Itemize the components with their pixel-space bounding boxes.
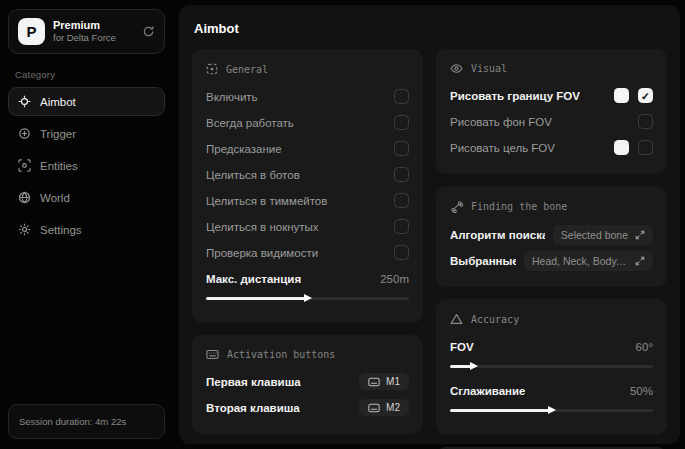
slider-value: 60° — [636, 341, 653, 353]
right-column: Visual Рисовать границу FOV ✓ Рисовать ф… — [436, 49, 667, 432]
slider-track — [450, 365, 653, 368]
checkbox-always-work[interactable] — [394, 115, 409, 130]
checkbox-visibility-check[interactable] — [394, 245, 409, 260]
keyboard-icon — [368, 377, 380, 387]
keybind-button-primary[interactable]: M1 — [359, 373, 409, 390]
page-title: Aimbot — [194, 21, 665, 36]
sidebar: P Premium for Delta Force Category Aimbo… — [0, 0, 173, 449]
slider-label: FOV — [450, 341, 474, 353]
general-card: General Включить Всегда работать Предска… — [192, 49, 423, 323]
setting-row-enable: Включить — [206, 85, 409, 108]
sidebar-item-settings[interactable]: Settings — [8, 215, 165, 244]
visual-card-header: Visual — [450, 63, 653, 74]
entities-icon — [18, 159, 31, 172]
sidebar-item-trigger[interactable]: Trigger — [8, 119, 165, 148]
setting-label: Рисовать границу FOV — [450, 90, 580, 102]
target-icon — [18, 127, 31, 140]
slider-thumb[interactable] — [304, 294, 312, 302]
select-value: Selected bone — [561, 229, 628, 241]
section-title: General — [226, 64, 268, 75]
setting-row-target-teammates: Целиться в тиммейтов — [206, 189, 409, 212]
checkbox-prediction[interactable] — [394, 141, 409, 156]
bone-algorithm-select[interactable]: Selected bone — [553, 225, 653, 245]
brand-text: Premium for Delta Force — [53, 19, 116, 45]
fov-row: FOV 60° — [450, 335, 653, 358]
scan-crosshair-icon — [206, 63, 218, 75]
setting-label: Рисовать цель FOV — [450, 142, 555, 154]
bone-algorithm-row: Алгоритм поиска костей Selected bone — [450, 223, 653, 246]
keybind-value: M2 — [386, 402, 400, 413]
checkbox-fov-target[interactable] — [638, 140, 653, 155]
sidebar-item-aimbot[interactable]: Aimbot — [8, 87, 165, 116]
checkbox-target-bots[interactable] — [394, 167, 409, 182]
section-title: Finding the bone — [471, 201, 567, 212]
controls-group — [614, 140, 653, 155]
setting-label: Целиться в нокнутых — [206, 221, 319, 233]
brand-logo: P — [18, 18, 45, 45]
max-distance-slider[interactable] — [206, 293, 409, 304]
setting-label: Всегда работать — [206, 117, 294, 129]
globe-icon — [18, 191, 31, 204]
keybind-button-secondary[interactable]: M2 — [359, 399, 409, 416]
section-title: Activation buttons — [227, 349, 335, 360]
visual-row-fov-background: Рисовать фон FOV — [450, 110, 653, 133]
bones-card: Finding the bone Алгоритм поиска костей … — [436, 186, 667, 287]
setting-label: Проверка видимости — [206, 247, 318, 259]
slider-thumb[interactable] — [548, 406, 556, 414]
selected-bones-select[interactable]: Head, Neck, Body, Pe... — [524, 251, 653, 271]
setting-label: Предсказание — [206, 143, 282, 155]
keybind-value: M1 — [386, 376, 400, 387]
setting-row-target-bots: Целиться в ботов — [206, 163, 409, 186]
setting-label: Включить — [206, 91, 258, 103]
keybind-label: Первая клавиша — [206, 376, 301, 388]
refresh-icon[interactable] — [142, 25, 155, 38]
general-card-header: General — [206, 63, 409, 75]
sidebar-item-label: Settings — [40, 224, 82, 236]
setting-row-visibility-check: Проверка видимости — [206, 241, 409, 264]
checkbox-target-teammates[interactable] — [394, 193, 409, 208]
sidebar-item-world[interactable]: World — [8, 183, 165, 212]
session-duration: Session duration: 4m 22s — [8, 404, 165, 439]
slider-label: Сглаживание — [450, 385, 525, 397]
visual-row-fov-target: Рисовать цель FOV — [450, 136, 653, 159]
setting-label: Целиться в ботов — [206, 169, 300, 181]
color-swatch[interactable] — [614, 88, 629, 103]
slider-thumb[interactable] — [470, 362, 478, 370]
bone-icon — [450, 200, 463, 213]
brand-subtitle: for Delta Force — [53, 32, 116, 44]
setting-label: Целиться в тиммейтов — [206, 195, 327, 207]
smoothing-slider[interactable] — [450, 405, 653, 416]
setting-row-always-work: Всегда работать — [206, 111, 409, 134]
accuracy-card: Accuracy FOV 60° Сглаживание 50% — [436, 299, 667, 435]
main-panel: Aimbot General Включить Всегд — [179, 5, 680, 444]
fov-slider[interactable] — [450, 361, 653, 372]
section-title: Accuracy — [471, 314, 519, 325]
visual-row-fov-border: Рисовать границу FOV ✓ — [450, 84, 653, 107]
color-swatch[interactable] — [614, 140, 629, 155]
max-distance-row: Макс. дистанция 250m — [206, 267, 409, 290]
gear-icon — [18, 223, 31, 236]
checkbox-fov-background[interactable] — [638, 114, 653, 129]
checkbox-enable[interactable] — [394, 89, 409, 104]
selected-bones-row: Выбранные кости Head, Neck, Body, Pe... — [450, 249, 653, 272]
checkbox-target-knocked[interactable] — [394, 219, 409, 234]
setting-row-target-knocked: Целиться в нокнутых — [206, 215, 409, 238]
expand-icon — [635, 256, 645, 266]
setting-label: Рисовать фон FOV — [450, 116, 552, 128]
setting-row-prediction: Предсказание — [206, 137, 409, 160]
brand-name: Premium — [53, 19, 116, 33]
accuracy-card-header: Accuracy — [450, 313, 653, 325]
sidebar-item-entities[interactable]: Entities — [8, 151, 165, 180]
controls-group — [638, 114, 653, 129]
brand-card: P Premium for Delta Force — [8, 9, 165, 54]
sidebar-item-label: Trigger — [40, 128, 76, 140]
checkbox-fov-border[interactable]: ✓ — [638, 88, 653, 103]
setting-label: Выбранные кости — [450, 255, 516, 267]
activation-card-header: Activation buttons — [206, 349, 409, 360]
sidebar-item-label: World — [40, 192, 70, 204]
smoothing-row: Сглаживание 50% — [450, 379, 653, 402]
category-label: Category — [15, 69, 165, 80]
keyboard-icon — [206, 349, 219, 360]
keybind-row-secondary: Вторая клавиша M2 — [206, 396, 409, 419]
section-title: Visual — [471, 63, 507, 74]
